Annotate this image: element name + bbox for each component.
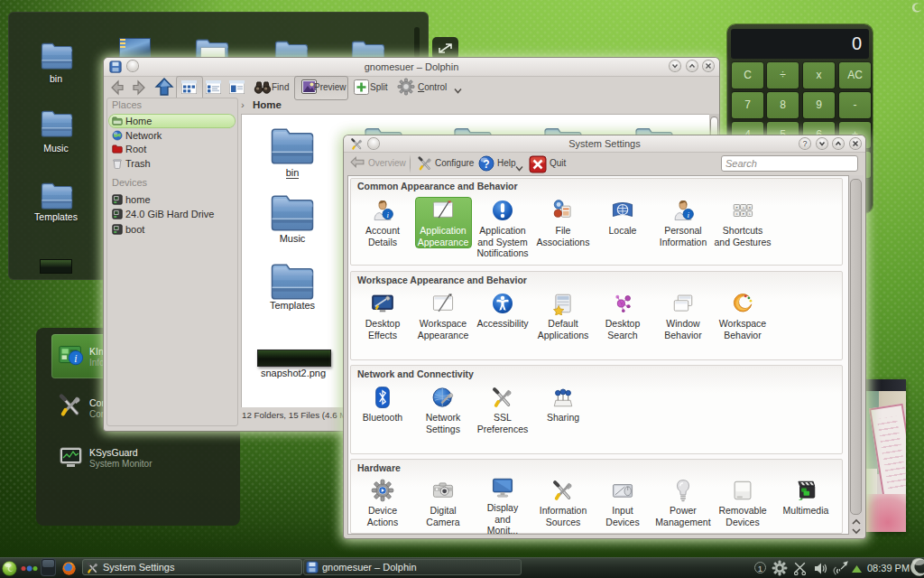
svg-text:F: F: [735, 206, 737, 210]
svg-text:?: ?: [483, 158, 489, 171]
svg-text:0: 0: [749, 206, 751, 210]
svg-text:L: L: [749, 212, 751, 216]
svg-text:E: E: [743, 212, 744, 216]
svg-text:i: i: [74, 353, 77, 365]
